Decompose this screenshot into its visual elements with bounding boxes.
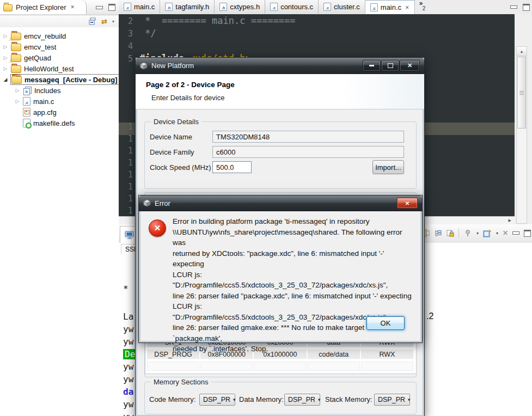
scroll-lock-icon[interactable] [447,229,454,237]
console-tree-icon[interactable] [434,229,442,237]
code-memory-label: Code Memory: [149,395,195,403]
view-title: Project Explorer [16,3,66,11]
expander-collapsed-icon[interactable] [3,55,8,60]
open-console-icon[interactable] [483,229,492,237]
minimize-button[interactable] [363,60,381,71]
close-icon[interactable] [70,4,75,10]
c-file-icon: .c [124,3,131,11]
tree-item-emcv-rebuild[interactable]: ccs emcv_rebuild [0,30,119,41]
table-row-empty[interactable] [147,362,413,371]
stack-memory-select[interactable]: DSP_PR [374,394,410,406]
scroll-up-icon[interactable] [520,50,524,53]
tree-item-makefile-defs[interactable]: makefile.defs [0,118,119,129]
link-with-editor-icon[interactable] [101,17,107,26]
c-file-icon: .c [270,3,278,11]
wizard-page-title: Page 2 of 2 - Device Page [146,81,424,89]
tree-item-messageq[interactable]: RTSC messageq [Active - Debug] [0,74,119,85]
maximize-panel-icon[interactable] [524,230,531,237]
tab-overflow-chevron[interactable]: 2 [415,0,429,14]
project-explorer-toolbar [0,15,119,27]
maximize-editor-icon[interactable] [523,4,530,11]
code-line-comment-end: */ [139,27,156,40]
device-family-field[interactable] [212,146,404,158]
device-name-label: Device Name [150,133,192,141]
chevron-down-icon [408,397,411,402]
expander-collapsed-icon[interactable] [3,66,8,71]
editor-tab-tagfamily-h[interactable]: .h tagfamily.h [160,0,215,14]
memory-sections-group: Memory Sections Code Memory: DSP_PR Data… [144,382,417,414]
c-file-icon: .c [23,97,30,106]
terminal-line: La [123,311,133,322]
project-explorer-tabbar: Project Explorer [0,0,119,15]
editor-tab-main-c-active[interactable]: .c main.c [365,0,415,14]
expander-collapsed-icon[interactable] [15,99,20,104]
h-file-icon: .h [219,3,227,11]
minimize-panel-icon[interactable] [512,231,519,235]
import-button[interactable]: Import... [372,160,404,174]
expander-collapsed-icon[interactable] [3,33,8,39]
expander-expanded-icon[interactable] [3,77,8,82]
c-file-icon: .c [370,3,378,11]
h-file-icon: .h [165,3,173,11]
ok-button[interactable]: OK [366,316,405,330]
stack-memory-label: Stack Memory: [325,395,372,403]
cfg-file-icon [23,108,30,117]
error-titlebar[interactable]: Error [139,195,422,211]
dropdown-icon[interactable] [496,231,498,236]
terminal-line: yw [123,399,133,409]
maximize-button[interactable] [381,60,399,71]
device-name-field[interactable] [212,131,404,143]
minimize-view-icon[interactable] [96,6,103,9]
tree-item-includes[interactable]: h Includes [0,85,119,96]
error-message: Error in building platform package 'ti-m… [173,216,414,354]
clock-speed-label: Clock Speed (MHz) [150,163,211,172]
folder-icon [3,4,13,11]
ccs-project-icon: ccs [11,65,21,73]
new-platform-titlebar[interactable]: New Platform [136,58,424,74]
close-button[interactable] [400,60,420,71]
terminal-line: yw [123,362,133,372]
view-menu-icon[interactable] [112,19,114,24]
console-text-fragment: .2 [426,311,433,321]
tree-item-main-c[interactable]: .c main.c [0,96,119,107]
wizard-page-subtitle: Enter Details for device [146,94,424,102]
tree-item-helloworld-test[interactable]: ccs HelloWorld_test [0,63,119,74]
project-tree: ccs emcv_rebuild ccs emcv_test ccs getQu… [0,27,119,129]
close-button[interactable] [397,198,418,209]
vertical-scrollbar[interactable] [516,46,527,224]
maximize-view-icon[interactable] [108,4,115,11]
tree-item-emcv-test[interactable]: ccs emcv_test [0,41,119,52]
expander-collapsed-icon[interactable] [3,44,8,50]
terminal-line: yw [123,374,133,384]
scroll-right-icon[interactable] [509,218,515,223]
device-details-group: Device Details Device Name Device Family… [144,121,417,189]
expander-collapsed-icon[interactable] [15,88,20,93]
code-memory-select[interactable]: DSP_PR [199,394,235,406]
dropdown-icon[interactable] [476,231,479,236]
editor-tab-cxtypes-h[interactable]: .h cxtypes.h [215,0,265,14]
collapse-all-icon[interactable] [88,17,96,25]
chevron-down-icon [233,397,236,402]
error-icon [149,219,166,237]
wizard-header: Page 2 of 2 - Device Page Enter Details … [136,74,424,109]
tree-item-app-cfg[interactable]: app.cfg [0,107,119,118]
editor-tab-contours-c[interactable]: .c contours.c [265,0,319,14]
close-console-icon[interactable] [503,229,508,237]
tab-close-icon[interactable] [405,5,409,10]
selected-project: RTSC messageq [Active - Debug] [11,75,119,84]
c-file-icon: .c [323,3,331,11]
pin-console-icon[interactable] [463,229,472,237]
chevron-down-icon [318,397,321,402]
project-explorer-tab[interactable]: Project Explorer [0,0,87,14]
rtsc-project-icon: RTSC [11,76,22,84]
data-memory-select[interactable]: DSP_PR [284,394,320,406]
code-line-comment: * ======== main.c ======== [139,15,296,27]
minimize-editor-icon[interactable] [510,5,517,9]
editor-tab-cluster-c[interactable]: .c cluster.c [319,0,365,14]
tree-item-getquad[interactable]: ccs getQuad [0,52,119,63]
scrollbar-thumb[interactable] [517,57,526,129]
editor-tab-main-c[interactable]: .c main.c [119,0,160,14]
clock-speed-field[interactable] [212,161,252,173]
editor-scroll-column [515,14,532,224]
error-dialog: Error Error in building platform package… [138,195,423,343]
